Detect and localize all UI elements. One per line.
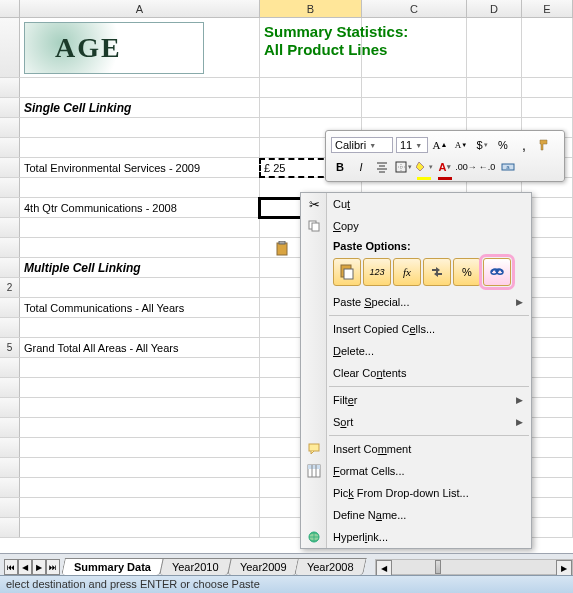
menu-paste-special[interactable]: Paste Special... ▶ <box>301 291 531 313</box>
font-color-icon[interactable]: A▾ <box>436 158 454 176</box>
horizontal-scrollbar[interactable]: ◀ ▶ <box>375 559 573 575</box>
borders-icon[interactable]: ▾ <box>394 158 412 176</box>
paste-transpose-button[interactable] <box>423 258 451 286</box>
column-headers: A B C D E <box>0 0 573 18</box>
menu-format-cells[interactable]: Format Cells... <box>301 460 531 482</box>
bold-button[interactable]: B <box>331 158 349 176</box>
svg-rect-7 <box>277 243 287 255</box>
section-single-cell: Single Cell Linking <box>20 98 260 117</box>
increase-decimal-icon[interactable]: .00→ <box>457 158 475 176</box>
submenu-arrow-icon: ▶ <box>516 297 523 307</box>
tab-nav-last[interactable]: ⏭ <box>46 559 60 575</box>
row-header[interactable]: 5 <box>0 338 20 357</box>
svg-rect-13 <box>309 444 319 451</box>
comment-icon <box>305 440 323 458</box>
context-menu: ✂ Cut Copy Paste Options: 123 fx % Paste… <box>300 192 532 549</box>
logo-text: AGE <box>55 40 122 56</box>
col-header-e[interactable]: E <box>522 0 573 17</box>
menu-clear-contents[interactable]: Clear Contents <box>301 362 531 384</box>
col-header-b[interactable]: B <box>260 0 362 17</box>
paste-options-label: Paste Options: <box>301 237 531 255</box>
age-logo: AGE <box>24 22 204 74</box>
menu-cut[interactable]: ✂ Cut <box>301 193 531 215</box>
scroll-thumb[interactable] <box>435 560 441 574</box>
submenu-arrow-icon: ▶ <box>516 395 523 405</box>
svg-rect-8 <box>279 241 285 244</box>
paste-formulas-button[interactable]: fx <box>393 258 421 286</box>
sheet-tab-2010[interactable]: Year2010 <box>159 558 231 575</box>
center-align-icon[interactable] <box>373 158 391 176</box>
title-line1: Summary Statistics: <box>264 24 357 40</box>
fill-color-icon[interactable]: ▾ <box>415 158 433 176</box>
col-header-a[interactable]: A <box>20 0 260 17</box>
percent-format-icon[interactable]: % <box>494 136 512 154</box>
menu-insert-comment[interactable]: Insert Comment <box>301 438 531 460</box>
col-header-d[interactable]: D <box>467 0 522 17</box>
accounting-format-icon[interactable]: $▾ <box>473 136 491 154</box>
section-multiple-cell: Multiple Cell Linking <box>20 258 260 277</box>
hyperlink-icon <box>305 528 323 546</box>
sheet-tab-summary[interactable]: Summary Data <box>61 558 164 575</box>
format-painter-icon[interactable] <box>536 136 554 154</box>
tab-nav-next[interactable]: ▶ <box>32 559 46 575</box>
status-bar: elect destination and press ENTER or cho… <box>0 575 573 593</box>
menu-pick-list[interactable]: Pick From Drop-down List... <box>301 482 531 504</box>
cell-a13[interactable]: Total Communications - All Years <box>20 298 260 317</box>
tab-nav-prev[interactable]: ◀ <box>18 559 32 575</box>
clipboard-icon <box>273 240 291 258</box>
status-text: elect destination and press ENTER or cho… <box>6 578 260 590</box>
row-header[interactable]: 2 <box>0 278 20 297</box>
paste-formatting-button[interactable]: % <box>453 258 481 286</box>
cell-a8[interactable]: 4th Qtr Communications - 2008 <box>20 198 260 217</box>
menu-copy[interactable]: Copy <box>301 215 531 237</box>
italic-button[interactable]: I <box>352 158 370 176</box>
sheet-tab-2008[interactable]: Year2008 <box>295 558 367 575</box>
title-line2: All Product Lines <box>264 42 357 58</box>
paste-link-button[interactable] <box>483 258 511 286</box>
svg-rect-15 <box>308 465 320 469</box>
col-header-c[interactable]: C <box>362 0 467 17</box>
svg-rect-6 <box>312 223 319 231</box>
menu-sort[interactable]: Sort▶ <box>301 411 531 433</box>
menu-delete[interactable]: Delete... <box>301 340 531 362</box>
select-all-corner[interactable] <box>0 0 20 17</box>
mini-toolbar: Calibri▼ 11▼ A▲ A▼ $▾ % , B I ▾ ▾ A▾ .00… <box>325 130 565 182</box>
menu-filter[interactable]: Filter▶ <box>301 389 531 411</box>
cell-a6[interactable]: Total Environmental Services - 2009 <box>20 158 260 177</box>
cell-a15[interactable]: Grand Total All Areas - All Years <box>20 338 260 357</box>
sheet-tab-2009[interactable]: Year2009 <box>227 558 299 575</box>
menu-hyperlink[interactable]: Hyperlink... <box>301 526 531 548</box>
scissors-icon: ✂ <box>305 195 323 213</box>
shrink-font-icon[interactable]: A▼ <box>452 136 470 154</box>
merge-center-icon[interactable]: a <box>499 158 517 176</box>
font-family-select[interactable]: Calibri▼ <box>331 137 393 153</box>
paste-all-button[interactable] <box>333 258 361 286</box>
paste-values-button[interactable]: 123 <box>363 258 391 286</box>
grow-font-icon[interactable]: A▲ <box>431 136 449 154</box>
sheet-tab-bar: ⏮ ◀ ▶ ⏭ Summary Data Year2010 Year2009 Y… <box>0 553 573 575</box>
copy-icon <box>305 217 323 235</box>
tab-nav-first[interactable]: ⏮ <box>4 559 18 575</box>
decrease-decimal-icon[interactable]: ←.0 <box>478 158 496 176</box>
format-cells-icon <box>305 462 323 480</box>
menu-insert-copied[interactable]: Insert Copied Cells... <box>301 318 531 340</box>
svg-rect-10 <box>344 269 353 279</box>
menu-define-name[interactable]: Define Name... <box>301 504 531 526</box>
comma-format-icon[interactable]: , <box>515 136 533 154</box>
font-size-select[interactable]: 11▼ <box>396 137 428 153</box>
paste-options-row: 123 fx % <box>301 255 531 291</box>
submenu-arrow-icon: ▶ <box>516 417 523 427</box>
